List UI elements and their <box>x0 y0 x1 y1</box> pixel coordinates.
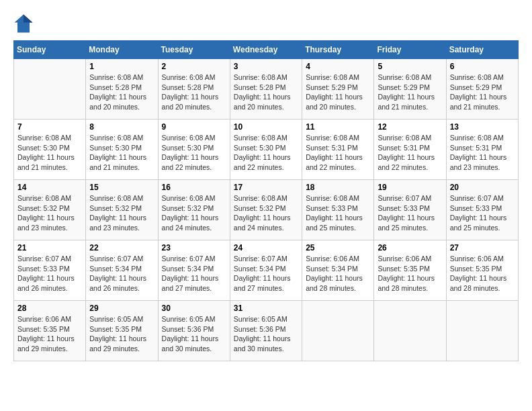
calendar-cell: 29Sunrise: 6:05 AM Sunset: 5:35 PM Dayli… <box>86 301 158 361</box>
day-info: Sunrise: 6:08 AM Sunset: 5:30 PM Dayligh… <box>234 133 298 173</box>
calendar-cell <box>374 301 446 361</box>
day-number: 1 <box>89 62 154 71</box>
day-number: 5 <box>378 62 442 71</box>
calendar-cell: 3Sunrise: 6:08 AM Sunset: 5:28 PM Daylig… <box>230 59 302 120</box>
day-number: 10 <box>234 122 298 132</box>
column-header-saturday: Saturday <box>446 41 518 59</box>
logo-icon <box>13 13 34 34</box>
column-header-wednesday: Wednesday <box>230 41 302 59</box>
column-header-tuesday: Tuesday <box>158 41 230 59</box>
day-info: Sunrise: 6:08 AM Sunset: 5:32 PM Dayligh… <box>17 193 82 233</box>
calendar-cell: 10Sunrise: 6:08 AM Sunset: 5:30 PM Dayli… <box>230 120 302 180</box>
calendar-cell: 11Sunrise: 6:08 AM Sunset: 5:31 PM Dayli… <box>302 120 374 180</box>
day-info: Sunrise: 6:07 AM Sunset: 5:34 PM Dayligh… <box>234 254 298 293</box>
calendar-cell: 4Sunrise: 6:08 AM Sunset: 5:29 PM Daylig… <box>302 59 374 120</box>
calendar-cell: 22Sunrise: 6:07 AM Sunset: 5:34 PM Dayli… <box>86 240 158 301</box>
calendar-cell: 27Sunrise: 6:06 AM Sunset: 5:35 PM Dayli… <box>446 240 518 301</box>
calendar-cell: 23Sunrise: 6:07 AM Sunset: 5:34 PM Dayli… <box>158 240 230 301</box>
calendar-cell: 2Sunrise: 6:08 AM Sunset: 5:28 PM Daylig… <box>158 59 230 120</box>
calendar-table: SundayMondayTuesdayWednesdayThursdayFrid… <box>13 40 519 361</box>
day-number: 12 <box>378 122 442 132</box>
column-header-sunday: Sunday <box>14 41 86 59</box>
day-number: 4 <box>306 62 370 71</box>
calendar-week-2: 7Sunrise: 6:08 AM Sunset: 5:30 PM Daylig… <box>14 120 519 180</box>
day-info: Sunrise: 6:06 AM Sunset: 5:35 PM Dayligh… <box>17 314 82 354</box>
logo <box>13 13 36 34</box>
day-info: Sunrise: 6:08 AM Sunset: 5:29 PM Dayligh… <box>306 73 370 112</box>
day-info: Sunrise: 6:08 AM Sunset: 5:31 PM Dayligh… <box>306 133 370 173</box>
day-info: Sunrise: 6:07 AM Sunset: 5:34 PM Dayligh… <box>89 254 154 293</box>
calendar-cell: 9Sunrise: 6:08 AM Sunset: 5:30 PM Daylig… <box>158 120 230 180</box>
day-info: Sunrise: 6:08 AM Sunset: 5:28 PM Dayligh… <box>234 73 298 112</box>
day-number: 16 <box>162 183 226 192</box>
day-info: Sunrise: 6:08 AM Sunset: 5:28 PM Dayligh… <box>89 73 154 112</box>
calendar-cell: 7Sunrise: 6:08 AM Sunset: 5:30 PM Daylig… <box>14 120 86 180</box>
calendar-cell <box>302 301 374 361</box>
day-info: Sunrise: 6:08 AM Sunset: 5:29 PM Dayligh… <box>450 73 515 112</box>
day-info: Sunrise: 6:08 AM Sunset: 5:29 PM Dayligh… <box>378 73 442 112</box>
calendar-cell: 26Sunrise: 6:06 AM Sunset: 5:35 PM Dayli… <box>374 240 446 301</box>
calendar-cell: 16Sunrise: 6:08 AM Sunset: 5:32 PM Dayli… <box>158 180 230 240</box>
day-info: Sunrise: 6:07 AM Sunset: 5:34 PM Dayligh… <box>162 254 226 293</box>
day-info: Sunrise: 6:07 AM Sunset: 5:33 PM Dayligh… <box>450 193 515 233</box>
day-number: 6 <box>450 62 515 71</box>
day-number: 21 <box>17 243 82 253</box>
day-info: Sunrise: 6:08 AM Sunset: 5:33 PM Dayligh… <box>306 193 370 233</box>
day-number: 14 <box>17 183 82 192</box>
day-info: Sunrise: 6:07 AM Sunset: 5:33 PM Dayligh… <box>378 193 442 233</box>
day-number: 27 <box>450 243 515 253</box>
day-info: Sunrise: 6:06 AM Sunset: 5:34 PM Dayligh… <box>306 254 370 293</box>
day-number: 24 <box>234 243 298 253</box>
day-number: 31 <box>234 304 298 313</box>
calendar-cell: 5Sunrise: 6:08 AM Sunset: 5:29 PM Daylig… <box>374 59 446 120</box>
day-info: Sunrise: 6:07 AM Sunset: 5:33 PM Dayligh… <box>17 254 82 293</box>
calendar-week-3: 14Sunrise: 6:08 AM Sunset: 5:32 PM Dayli… <box>14 180 519 240</box>
calendar-header-row: SundayMondayTuesdayWednesdayThursdayFrid… <box>14 41 519 59</box>
calendar-cell: 14Sunrise: 6:08 AM Sunset: 5:32 PM Dayli… <box>14 180 86 240</box>
calendar-cell: 19Sunrise: 6:07 AM Sunset: 5:33 PM Dayli… <box>374 180 446 240</box>
day-number: 28 <box>17 304 82 313</box>
calendar-cell: 18Sunrise: 6:08 AM Sunset: 5:33 PM Dayli… <box>302 180 374 240</box>
day-info: Sunrise: 6:05 AM Sunset: 5:36 PM Dayligh… <box>162 314 226 354</box>
calendar-cell <box>446 301 518 361</box>
day-info: Sunrise: 6:05 AM Sunset: 5:36 PM Dayligh… <box>234 314 298 354</box>
calendar-cell: 28Sunrise: 6:06 AM Sunset: 5:35 PM Dayli… <box>14 301 86 361</box>
day-info: Sunrise: 6:08 AM Sunset: 5:30 PM Dayligh… <box>17 133 82 173</box>
day-number: 13 <box>450 122 515 132</box>
day-info: Sunrise: 6:08 AM Sunset: 5:32 PM Dayligh… <box>89 193 154 233</box>
day-number: 9 <box>162 122 226 132</box>
calendar-week-1: 1Sunrise: 6:08 AM Sunset: 5:28 PM Daylig… <box>14 59 519 120</box>
day-info: Sunrise: 6:08 AM Sunset: 5:31 PM Dayligh… <box>450 133 515 173</box>
svg-marker-1 <box>24 15 33 23</box>
day-info: Sunrise: 6:08 AM Sunset: 5:32 PM Dayligh… <box>234 193 298 233</box>
day-info: Sunrise: 6:06 AM Sunset: 5:35 PM Dayligh… <box>450 254 515 293</box>
column-header-monday: Monday <box>86 41 158 59</box>
column-header-friday: Friday <box>374 41 446 59</box>
day-info: Sunrise: 6:08 AM Sunset: 5:31 PM Dayligh… <box>378 133 442 173</box>
day-number: 17 <box>234 183 298 192</box>
day-number: 3 <box>234 62 298 71</box>
day-number: 30 <box>162 304 226 313</box>
day-info: Sunrise: 6:05 AM Sunset: 5:35 PM Dayligh… <box>89 314 154 354</box>
calendar-cell: 30Sunrise: 6:05 AM Sunset: 5:36 PM Dayli… <box>158 301 230 361</box>
page-header <box>13 13 519 34</box>
day-number: 25 <box>306 243 370 253</box>
day-number: 23 <box>162 243 226 253</box>
day-number: 20 <box>450 183 515 192</box>
day-info: Sunrise: 6:08 AM Sunset: 5:28 PM Dayligh… <box>162 73 226 112</box>
day-info: Sunrise: 6:06 AM Sunset: 5:35 PM Dayligh… <box>378 254 442 293</box>
day-info: Sunrise: 6:08 AM Sunset: 5:32 PM Dayligh… <box>162 193 226 233</box>
calendar-cell <box>14 59 86 120</box>
day-number: 7 <box>17 122 82 132</box>
day-number: 22 <box>89 243 154 253</box>
column-header-thursday: Thursday <box>302 41 374 59</box>
calendar-cell: 24Sunrise: 6:07 AM Sunset: 5:34 PM Dayli… <box>230 240 302 301</box>
calendar-cell: 1Sunrise: 6:08 AM Sunset: 5:28 PM Daylig… <box>86 59 158 120</box>
calendar-cell: 21Sunrise: 6:07 AM Sunset: 5:33 PM Dayli… <box>14 240 86 301</box>
day-number: 29 <box>89 304 154 313</box>
calendar-cell: 13Sunrise: 6:08 AM Sunset: 5:31 PM Dayli… <box>446 120 518 180</box>
calendar-cell: 15Sunrise: 6:08 AM Sunset: 5:32 PM Dayli… <box>86 180 158 240</box>
day-number: 18 <box>306 183 370 192</box>
day-number: 26 <box>378 243 442 253</box>
calendar-week-5: 28Sunrise: 6:06 AM Sunset: 5:35 PM Dayli… <box>14 301 519 361</box>
